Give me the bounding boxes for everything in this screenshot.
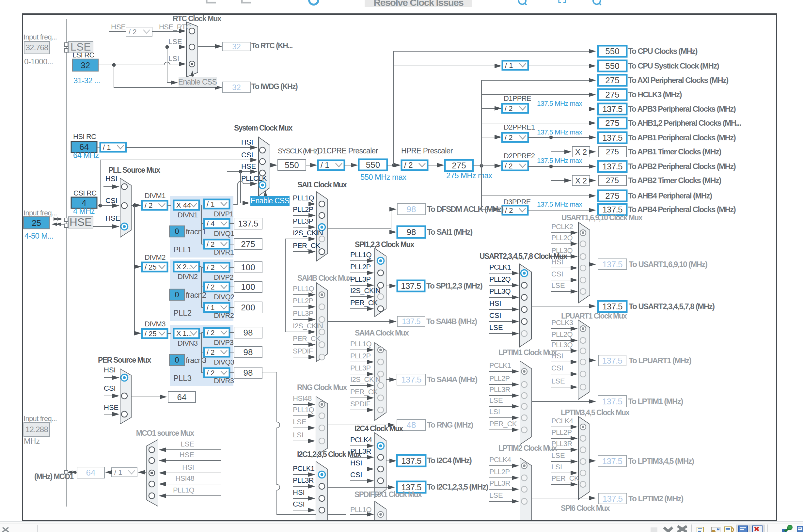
- svg-text:137.5: 137.5: [602, 356, 623, 365]
- svg-text:HSI: HSI: [241, 138, 253, 146]
- svg-text:PLLCLK: PLLCLK: [241, 174, 267, 183]
- svg-text:DIVM1: DIVM1: [145, 192, 166, 200]
- svg-text:LSI: LSI: [489, 407, 500, 416]
- svg-text:X 1...: X 1...: [176, 329, 192, 338]
- svg-text:SAI4B Clock Mux: SAI4B Clock Mux: [298, 274, 352, 282]
- svg-text:SPI1,2,3 Clock Mux: SPI1,2,3 Clock Mux: [355, 240, 415, 249]
- svg-text:HSI: HSI: [106, 175, 117, 183]
- svg-text:To SAI4B (MHz): To SAI4B (MHz): [426, 317, 477, 326]
- svg-text:100: 100: [241, 262, 255, 272]
- svg-text:LSE: LSE: [551, 281, 565, 289]
- svg-text:LSE: LSE: [293, 418, 307, 426]
- svg-text:32: 32: [232, 83, 241, 92]
- svg-text:PER_CK: PER_CK: [350, 299, 378, 307]
- svg-text:D1PPRE: D1PPRE: [504, 94, 531, 102]
- svg-text:HSE: HSE: [179, 451, 194, 459]
- svg-text:98: 98: [407, 204, 416, 214]
- svg-text:LSI: LSI: [293, 431, 304, 439]
- svg-text:X 2...: X 2...: [176, 263, 192, 271]
- svg-text:4 MHz: 4 MHz: [73, 207, 95, 215]
- svg-text:LSI RC: LSI RC: [73, 51, 95, 59]
- svg-text:64: 64: [177, 392, 187, 402]
- svg-text:HSE: HSE: [241, 162, 256, 170]
- svg-text:To USART2,3,4,5,7,8 (MHz): To USART2,3,4,5,7,8 (MHz): [629, 302, 714, 311]
- svg-text:PLL1Q: PLL1Q: [293, 406, 314, 414]
- svg-text:To RTC (KH...: To RTC (KH...: [251, 41, 292, 50]
- svg-text:275: 275: [605, 90, 619, 99]
- svg-text:fracn1: fracn1: [186, 227, 206, 236]
- svg-text:To LPTIM3,4,5 (MHz): To LPTIM3,4,5 (MHz): [628, 457, 694, 466]
- svg-text:DIVP2: DIVP2: [214, 273, 234, 281]
- svg-text:31-32 ...: 31-32 ...: [73, 76, 100, 85]
- svg-text:X 2: X 2: [575, 148, 587, 156]
- svg-text:To APB2 Timer Clocks (MHz): To APB2 Timer Clocks (MHz): [628, 176, 721, 185]
- svg-text:DIVN1: DIVN1: [177, 211, 198, 219]
- svg-text:PLL3: PLL3: [173, 374, 192, 382]
- svg-text:To RNG (MHz): To RNG (MHz): [427, 420, 473, 429]
- svg-text:100: 100: [241, 282, 255, 292]
- svg-text:98: 98: [407, 227, 416, 237]
- svg-text:0: 0: [175, 290, 179, 299]
- svg-text:4-50 M...: 4-50 M...: [24, 231, 53, 240]
- svg-text:/ 25: / 25: [145, 263, 157, 271]
- svg-text:To AHB4 Peripheral (MHz): To AHB4 Peripheral (MHz): [628, 191, 712, 200]
- svg-text:SPI6 Clock Mux: SPI6 Clock Mux: [561, 504, 610, 512]
- svg-text:PER Source Mux: PER Source Mux: [98, 356, 151, 364]
- svg-text:To AXI Peripheral Clocks (MHz): To AXI Peripheral Clocks (MHz): [628, 76, 728, 84]
- svg-text:137.5: 137.5: [602, 260, 623, 269]
- svg-text:SPDIF: SPDIF: [293, 347, 313, 355]
- svg-text:/ 2: / 2: [404, 160, 413, 169]
- svg-text:To I2C4 (MHz): To I2C4 (MHz): [427, 456, 472, 465]
- svg-text:64 MHz: 64 MHz: [73, 151, 99, 159]
- svg-text:HSI48: HSI48: [175, 474, 194, 482]
- svg-text:PER_CK: PER_CK: [489, 420, 517, 428]
- svg-text:/ 2: / 2: [129, 28, 136, 36]
- svg-text:PLL2P: PLL2P: [293, 297, 313, 305]
- svg-text:LSE: LSE: [551, 377, 565, 385]
- svg-text:550: 550: [285, 160, 299, 170]
- svg-text:137.5 MHz max: 137.5 MHz max: [537, 201, 582, 208]
- svg-text:Input freq...: Input freq...: [23, 415, 57, 423]
- svg-text:System Clock Mux: System Clock Mux: [234, 124, 292, 132]
- svg-text:32.768: 32.768: [25, 43, 48, 52]
- svg-text:PLL2P: PLL2P: [551, 428, 572, 436]
- svg-text:PLL2P: PLL2P: [293, 205, 313, 213]
- svg-text:/ 2: / 2: [207, 369, 214, 377]
- svg-text:MCO1 source Mux: MCO1 source Mux: [136, 429, 194, 437]
- svg-text:/ 1: / 1: [321, 160, 329, 169]
- svg-text:SAI4A Clock Mux: SAI4A Clock Mux: [355, 329, 409, 337]
- svg-text:PLL1: PLL1: [173, 245, 192, 254]
- svg-text:To CPU Systick Clock (MHz): To CPU Systick Clock (MHz): [628, 61, 719, 70]
- svg-text:SYSCLK (MHz): SYSCLK (MHz): [278, 147, 319, 155]
- svg-text:HSE: HSE: [111, 23, 126, 31]
- svg-text:CSI: CSI: [241, 151, 253, 159]
- svg-text:/ 1: / 1: [103, 143, 111, 151]
- svg-text:DIVM3: DIVM3: [145, 320, 166, 328]
- svg-text:PLL Source Mux: PLL Source Mux: [108, 166, 160, 174]
- svg-text:To DFSDM ACLK (MHz): To DFSDM ACLK (MHz): [427, 205, 503, 213]
- svg-text:LSE: LSE: [551, 451, 565, 459]
- svg-text:fracn2: fracn2: [186, 290, 206, 299]
- svg-text:USART2,3,4,5,7,8 Clock Mux: USART2,3,4,5,7,8 Clock Mux: [479, 252, 568, 261]
- svg-text:HSE: HSE: [104, 403, 118, 412]
- svg-text:HSI: HSI: [350, 459, 362, 467]
- svg-text:CSI: CSI: [104, 384, 116, 392]
- svg-text:D2PPRE1: D2PPRE1: [504, 123, 535, 131]
- svg-text:To SAI1 (MHz): To SAI1 (MHz): [427, 227, 472, 236]
- svg-text:550: 550: [605, 61, 619, 71]
- svg-text:Enable CSS: Enable CSS: [178, 78, 217, 86]
- svg-text:To CPU Clocks (MHz): To CPU Clocks (MHz): [628, 47, 697, 56]
- svg-text:To APB3 Peripheral Clocks (MHz: To APB3 Peripheral Clocks (MHz): [628, 104, 736, 113]
- svg-text:48: 48: [407, 420, 416, 430]
- svg-text:PLL1Q: PLL1Q: [173, 486, 194, 494]
- svg-text:275: 275: [605, 75, 619, 85]
- svg-text:PLL2Q: PLL2Q: [489, 275, 511, 283]
- svg-text:137.5: 137.5: [402, 317, 420, 326]
- svg-text:550: 550: [605, 46, 619, 56]
- svg-text:137.5 MHz max: 137.5 MHz max: [537, 99, 582, 107]
- svg-text:DIVQ2: DIVQ2: [214, 293, 234, 301]
- svg-text:To AHB1,2 Peripheral Clocks (M: To AHB1,2 Peripheral Clocks (MH...: [628, 118, 741, 127]
- svg-text:PLL1Q: PLL1Q: [293, 194, 314, 202]
- svg-text:137.5: 137.5: [238, 219, 258, 228]
- svg-text:PLL3R: PLL3R: [489, 479, 510, 487]
